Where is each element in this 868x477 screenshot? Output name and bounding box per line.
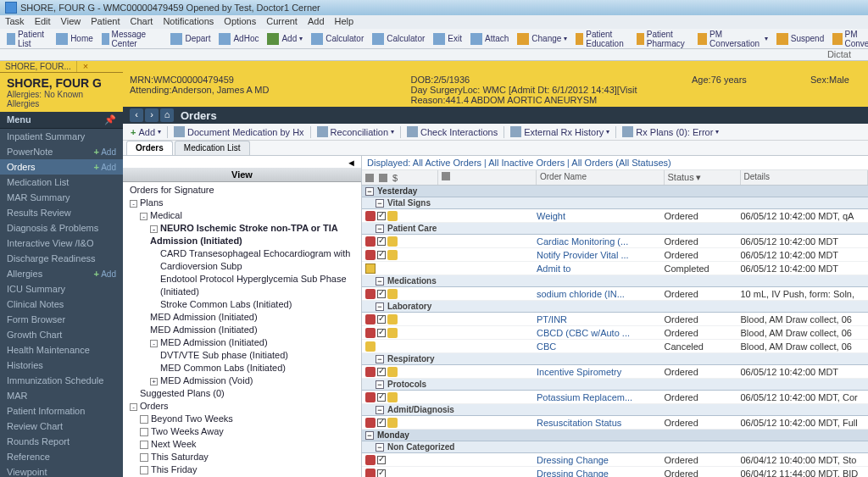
group-laboratory[interactable]: −Laboratory: [362, 301, 868, 313]
order-name[interactable]: CBC: [537, 341, 665, 352]
order-row[interactable]: Resuscitation StatusOrdered06/05/12 10:4…: [362, 416, 868, 430]
toolbar-pm-conversation[interactable]: PM Conversation ▾: [829, 28, 868, 50]
tree-card[interactable]: CARD Transesophageal Echocardiogram with…: [126, 247, 358, 273]
toolbar-calculator[interactable]: Calculator: [308, 31, 367, 47]
group-protocols[interactable]: −Protocols: [362, 379, 868, 391]
nav-growth-chart[interactable]: Growth Chart: [0, 327, 123, 342]
tab-medication-list[interactable]: Medication List: [175, 141, 250, 155]
toolbar-adhoc[interactable]: AdHoc: [215, 31, 262, 47]
tree-mcl[interactable]: MED Common Labs (Initiated): [126, 362, 358, 374]
order-row[interactable]: Incentive SpirometryOrdered06/05/12 10:4…: [362, 365, 868, 379]
otool-reconciliation[interactable]: Reconciliation ▾: [314, 125, 397, 138]
tree-stroke[interactable]: Stroke Common Labs (Initiated): [126, 298, 358, 311]
filter-icon[interactable]: [442, 172, 450, 180]
toolbar-exit[interactable]: Exit: [430, 31, 465, 47]
home-view-button[interactable]: ⌂: [160, 108, 174, 122]
nav-mar-summary[interactable]: MAR Summary: [0, 190, 123, 205]
patient-allergies[interactable]: Allergies: No Known Allergies: [7, 90, 116, 108]
group-admit-diagnosis[interactable]: −Admit/Diagnosis: [362, 404, 868, 416]
order-row[interactable]: WeightOrdered06/05/12 10:42:00 MDT, qA: [362, 209, 868, 223]
menu-notifications[interactable]: Notifications: [163, 16, 214, 28]
order-row[interactable]: CBCD (CBC w/Auto ...OrderedBlood, AM Dra…: [362, 326, 868, 340]
flag-icon[interactable]: [365, 174, 374, 182]
group-patient-care[interactable]: −Patient Care: [362, 223, 868, 235]
menu-task[interactable]: Task: [5, 16, 25, 28]
tree-orders[interactable]: -Orders: [126, 400, 358, 413]
toolbar-home[interactable]: Home: [53, 31, 97, 47]
nav-discharge-readiness[interactable]: Discharge Readiness: [0, 251, 123, 266]
nav-orders[interactable]: Orders+ Add: [0, 159, 123, 175]
menu-current[interactable]: Current: [266, 16, 298, 28]
tree-filter-3[interactable]: This Saturday: [126, 451, 358, 463]
nav-patient-information[interactable]: Patient Information: [0, 403, 123, 419]
tree-filter-1[interactable]: Two Weeks Away: [126, 425, 358, 438]
forward-button[interactable]: ›: [145, 108, 159, 122]
tree-med1[interactable]: MED Admission (Initiated): [126, 311, 358, 324]
order-name[interactable]: Incentive Spirometry: [537, 367, 665, 377]
nav-icu-summary[interactable]: ICU Summary: [0, 281, 123, 297]
toolbar-patient-list[interactable]: Patient List: [3, 28, 51, 50]
tree-suggested[interactable]: Suggested Plans (0): [126, 387, 358, 400]
order-name[interactable]: Admit to: [537, 263, 665, 274]
nav-results-review[interactable]: Results Review: [0, 205, 123, 220]
patient-tab[interactable]: SHORE, FOUR...: [0, 61, 77, 72]
nav-viewpoint[interactable]: Viewpoint: [0, 464, 123, 477]
menu-patient[interactable]: Patient: [91, 16, 120, 28]
group-monday[interactable]: −Monday: [362, 430, 868, 441]
tree-plans[interactable]: -Plans: [126, 197, 358, 209]
nav-powernote[interactable]: PowerNote+ Add: [0, 144, 123, 159]
filter-inactive-link[interactable]: All Inactive Orders: [488, 158, 565, 168]
order-name[interactable]: CBCD (CBC w/Auto ...: [537, 328, 665, 338]
tree-filter-2[interactable]: Next Week: [126, 438, 358, 451]
group-non-categorized[interactable]: −Non Categorized: [362, 441, 868, 453]
nav-rounds-report[interactable]: Rounds Report: [0, 434, 123, 449]
back-button[interactable]: ‹: [130, 108, 143, 122]
filter-active-link[interactable]: All Active Orders: [413, 158, 481, 168]
toolbar-depart[interactable]: Depart: [167, 31, 214, 47]
menu-edit[interactable]: Edit: [35, 16, 51, 28]
tree-filter-0[interactable]: Beyond Two Weeks: [126, 413, 358, 425]
filter-all-link[interactable]: All Orders (All Statuses): [571, 158, 670, 168]
toolbar-message-center[interactable]: Message Center: [98, 28, 154, 50]
toolbar-pm-conversation[interactable]: PM Conversation ▾: [694, 28, 771, 50]
collapse-nav-icon[interactable]: ◄: [123, 156, 361, 168]
order-name[interactable]: PT/INR: [537, 314, 665, 324]
tree-med3[interactable]: -MED Admission (Initiated): [126, 336, 358, 349]
pin-icon[interactable]: 📌: [104, 114, 116, 125]
toolbar-change[interactable]: Change ▾: [514, 31, 570, 47]
order-name[interactable]: Resuscitation Status: [537, 418, 665, 428]
tree-medv[interactable]: +MED Admission (Void): [126, 374, 358, 387]
col-details[interactable]: Details: [741, 170, 869, 185]
menu-options[interactable]: Options: [224, 16, 256, 28]
order-name[interactable]: Notify Provider Vital ...: [537, 250, 665, 260]
order-name[interactable]: Potassium Replacem...: [537, 392, 665, 402]
nav-histories[interactable]: Histories: [0, 358, 123, 373]
order-row[interactable]: CBCCanceledBlood, AM Draw collect, 06: [362, 340, 868, 353]
tree-medical[interactable]: -Medical: [126, 209, 358, 222]
order-row[interactable]: Dressing ChangeOrdered06/04/12 11:44:00 …: [362, 467, 868, 477]
otool-check-interactions[interactable]: Check Interactions: [404, 125, 500, 138]
group-medications[interactable]: −Medications: [362, 275, 868, 287]
nav-clinical-notes[interactable]: Clinical Notes: [0, 297, 123, 312]
close-tab-icon[interactable]: ×: [80, 61, 92, 71]
order-row[interactable]: sodium chloride (IN...Ordered10 mL, IV P…: [362, 287, 868, 301]
order-row[interactable]: Cardiac Monitoring (...Ordered06/05/12 1…: [362, 235, 868, 248]
person-icon[interactable]: [379, 174, 387, 182]
col-status[interactable]: Status ▾: [665, 170, 741, 185]
tab-orders[interactable]: Orders: [126, 141, 173, 155]
tree-orders-sig[interactable]: Orders for Signature: [126, 184, 358, 197]
menu-view[interactable]: View: [61, 16, 81, 28]
nav-diagnosis-problems[interactable]: Diagnosis & Problems: [0, 220, 123, 236]
tree-filter-4[interactable]: This Friday: [126, 463, 358, 476]
col-order-name[interactable]: Order Name: [537, 170, 665, 185]
toolbar-suspend[interactable]: Suspend: [773, 31, 827, 47]
tree-med2[interactable]: MED Admission (Initiated): [126, 324, 358, 336]
add-order-button[interactable]: + Add ▾: [128, 126, 164, 138]
order-name[interactable]: Weight: [537, 211, 665, 221]
group-respiratory[interactable]: −Respiratory: [362, 353, 868, 365]
order-row[interactable]: PT/INROrderedBlood, AM Draw collect, 06: [362, 313, 868, 326]
order-row[interactable]: Admit toCompleted06/05/12 10:42:00 MDT: [362, 262, 868, 275]
order-row[interactable]: Dressing ChangeOrdered06/04/12 10:40:00 …: [362, 453, 868, 467]
order-row[interactable]: Potassium Replacem...Ordered06/05/12 10:…: [362, 391, 868, 404]
order-name[interactable]: Dressing Change: [537, 469, 665, 478]
